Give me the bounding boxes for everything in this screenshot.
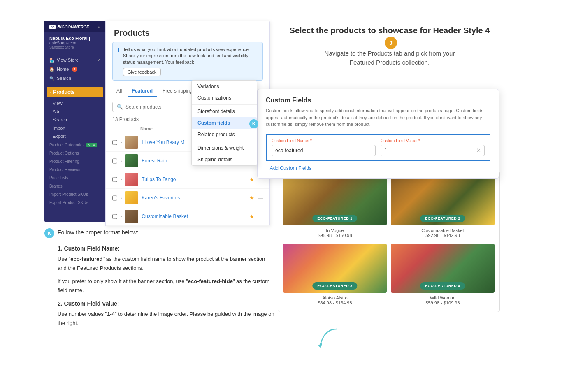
bigcommerce-icon: bc bbox=[49, 25, 56, 29]
product-name-link[interactable]: Karen's Favorites bbox=[142, 195, 246, 201]
divider bbox=[192, 104, 257, 105]
sidebar-item-export-skus[interactable]: Export Product SKUs bbox=[44, 198, 105, 206]
context-menu-dimensions[interactable]: Dimensions & weight bbox=[192, 142, 257, 154]
product-thumbnail bbox=[125, 210, 138, 223]
store-name: Nebula Eco Floral | bbox=[49, 36, 100, 41]
k-intro-text: Follow the proper format below: bbox=[58, 228, 138, 237]
step2-text: Use number values "1-4" to determine the… bbox=[58, 310, 275, 328]
products-panel-title: Products bbox=[106, 21, 269, 42]
showcase-info-4: Wild Woman $59.98 - $109.98 bbox=[391, 293, 495, 307]
row-checkbox[interactable] bbox=[112, 158, 117, 164]
custom-fields-title: Custom Fields bbox=[266, 97, 490, 104]
divider bbox=[192, 141, 257, 141]
values-bold: 1-4 bbox=[107, 311, 115, 317]
expand-button[interactable]: › bbox=[121, 196, 122, 200]
field-value-input[interactable] bbox=[381, 145, 473, 156]
context-menu: Variations Customizations Storefront det… bbox=[191, 80, 257, 166]
dash-icon: — bbox=[258, 213, 263, 220]
table-row: › Tulips To Tango ★ — bbox=[106, 170, 269, 189]
expand-button[interactable]: › bbox=[121, 159, 122, 163]
sidebar-item-import-skus[interactable]: Import Product SKUs bbox=[44, 190, 105, 198]
expand-button[interactable]: › bbox=[121, 214, 122, 219]
context-menu-customizations[interactable]: Customizations bbox=[192, 92, 257, 104]
proper-format-link[interactable]: proper format bbox=[86, 229, 120, 236]
field-name-label: Custom Field Name: * bbox=[272, 139, 376, 143]
sidebar-item-product-reviews[interactable]: Product Reviews bbox=[44, 165, 105, 173]
sidebar-item-search[interactable]: 🔍 Search bbox=[44, 74, 105, 83]
sidebar-item-products[interactable]: ‹ Products bbox=[47, 87, 103, 97]
sidebar-sub-search[interactable]: Search bbox=[44, 116, 105, 124]
context-menu-custom-fields[interactable]: Custom fields bbox=[192, 117, 257, 129]
star-icon: ★ bbox=[249, 195, 254, 201]
info-text: Tell us what you think about updated pro… bbox=[123, 46, 258, 53]
export-skus-label: Export Product SKUs bbox=[49, 200, 88, 205]
showcase-thumb-4: ECO-FEATURED 4 bbox=[391, 244, 495, 293]
product-name-link[interactable]: Tulips To Tango bbox=[142, 176, 246, 182]
add-custom-fields-link[interactable]: Add Custom Fields bbox=[266, 165, 311, 171]
context-menu-variations[interactable]: Variations bbox=[192, 81, 257, 92]
context-menu-related-products[interactable]: Related products bbox=[192, 129, 257, 140]
product-name-link[interactable]: Customizable Basket bbox=[142, 213, 246, 219]
collapse-button[interactable]: « bbox=[98, 25, 100, 29]
tab-featured[interactable]: Featured bbox=[128, 86, 157, 97]
sidebar-item-product-categories[interactable]: Product Categories NEW bbox=[44, 140, 105, 148]
eco-badge-3: ECO-FEATURED 3 bbox=[312, 282, 357, 290]
heading-block: Select the products to showcase for Head… bbox=[274, 21, 505, 74]
tab-free-shipping[interactable]: Free shipping bbox=[158, 86, 197, 97]
expand-button[interactable]: › bbox=[121, 140, 122, 145]
showcase-name-2: Customizable Basket bbox=[393, 228, 493, 233]
product-thumbnail bbox=[125, 191, 138, 204]
row-checkbox[interactable] bbox=[112, 177, 117, 182]
row-checkbox[interactable] bbox=[112, 140, 117, 145]
instructions-body: 1. Custom Field Name: Use "eco-featured"… bbox=[44, 244, 275, 328]
k-intro: K Follow the proper format below: bbox=[44, 228, 275, 238]
name-col-header: Name bbox=[140, 126, 153, 131]
sidebar-item-view-store[interactable]: 🏪 View Store ↗ bbox=[44, 56, 105, 65]
store-info: Nebula Eco Floral | epicShops.com Sandbo… bbox=[44, 32, 105, 53]
showcase-price-3: $64.98 - $164.98 bbox=[285, 300, 385, 305]
context-menu-shipping[interactable]: Shipping details bbox=[192, 154, 257, 165]
store-type: Sandbox Store bbox=[49, 45, 100, 49]
field-name-input[interactable] bbox=[272, 145, 376, 156]
logo-label: BIGCOMMERCE bbox=[57, 25, 89, 29]
external-link-icon: ↗ bbox=[97, 58, 100, 63]
row-checkbox[interactable] bbox=[112, 195, 117, 201]
showcase-name-1: In Vogue bbox=[285, 228, 385, 233]
j-badge: J bbox=[385, 37, 397, 49]
info-banner: ℹ Tell us what you think about updated p… bbox=[112, 42, 263, 81]
expand-button[interactable]: › bbox=[121, 177, 122, 182]
sidebar-sub-view[interactable]: View bbox=[44, 99, 105, 107]
price-lists-label: Price Lists bbox=[49, 176, 68, 180]
showcase-item-2: ECO-FEATURED 2 Customizable Basket $92.9… bbox=[391, 176, 495, 239]
sidebar-sub-nav: View Add Search Import Export bbox=[44, 99, 105, 140]
arrow-connector bbox=[316, 325, 341, 350]
bottom-instructions: K Follow the proper format below: 1. Cus… bbox=[44, 228, 275, 332]
feedback-button[interactable]: Give feedback bbox=[123, 68, 161, 76]
sidebar-item-home[interactable]: 🏠 Home 1 bbox=[44, 65, 105, 74]
tab-all[interactable]: All bbox=[112, 86, 126, 97]
sidebar-sub-import[interactable]: Import bbox=[44, 124, 105, 132]
custom-fields-description: Custom fields allow you to specify addit… bbox=[266, 107, 490, 128]
sidebar-item-brands[interactable]: Brands bbox=[44, 181, 105, 190]
table-row: › Customizable Basket ★ — bbox=[106, 207, 269, 226]
showcase-price-4: $59.98 - $109.98 bbox=[393, 300, 493, 305]
home-label: Home bbox=[57, 67, 69, 72]
sidebar-item-product-filtering[interactable]: Product Filtering bbox=[44, 157, 105, 165]
clear-value-button[interactable]: ✕ bbox=[473, 147, 484, 153]
context-menu-storefront[interactable]: Storefront details bbox=[192, 106, 257, 117]
sidebar-sub-export[interactable]: Export bbox=[44, 132, 105, 140]
k-badge: K bbox=[44, 228, 54, 238]
dash-icon: — bbox=[258, 195, 263, 201]
row-checkbox[interactable] bbox=[112, 214, 117, 219]
info-subtext: Share your impression from the new look … bbox=[123, 53, 258, 65]
sidebar-item-price-lists[interactable]: Price Lists bbox=[44, 173, 105, 181]
eco-badge-1: ECO-FEATURED 1 bbox=[312, 215, 357, 222]
product-categories-label: Product Categories bbox=[49, 143, 85, 147]
step1-heading: 1. Custom Field Name: bbox=[58, 244, 275, 254]
sidebar-item-product-options[interactable]: Product Options bbox=[44, 148, 105, 157]
showcase-info-2: Customizable Basket $92.98 - $142.98 bbox=[391, 225, 495, 239]
sidebar-sub-add[interactable]: Add bbox=[44, 107, 105, 116]
import-skus-label: Import Product SKUs bbox=[49, 192, 88, 197]
checkbox-col-header bbox=[112, 126, 119, 131]
table-row: › Karen's Favorites ★ — bbox=[106, 189, 269, 207]
